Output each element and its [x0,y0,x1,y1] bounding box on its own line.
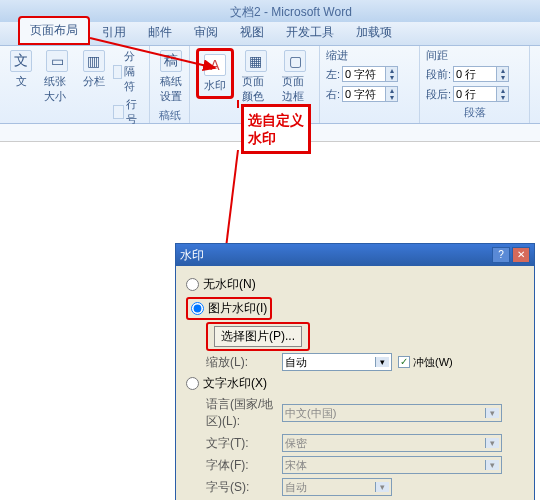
size-select: 自动▾ [282,478,392,496]
scale-label: 缩放(L): [186,354,276,371]
page-color-button[interactable]: ▦页面颜色 [238,48,274,106]
font-label: 字体(F): [186,457,276,474]
group-manuscript-label: 稿纸 [156,106,183,125]
spacing-before-input[interactable]: ▴▾ [453,66,509,82]
text-direction-button[interactable]: 文文 [6,48,36,91]
scale-select[interactable]: 自动▾ [282,353,392,371]
radio-text-watermark[interactable]: 文字水印(X) [186,373,524,394]
help-icon[interactable]: ? [492,247,510,263]
text-label: 文字(T): [186,435,276,452]
ribbon-tabs: 页面布局 引用 邮件 审阅 视图 开发工具 加载项 [0,22,540,46]
radio-no-watermark[interactable]: 无水印(N) [186,274,524,295]
watermark-button[interactable]: A水印 [200,52,230,95]
breaks-button[interactable]: 分隔符 [113,48,143,95]
dialog-titlebar[interactable]: 水印 ? ✕ [176,244,534,266]
manuscript-button[interactable]: 稿稿纸 设置 [156,48,186,106]
page-borders-button[interactable]: ▢页面边框 [278,48,314,106]
annotation-callout: 选自定义水印 [241,104,311,154]
font-select: 宋体▾ [282,456,502,474]
tab-review[interactable]: 审阅 [184,20,228,45]
tab-view[interactable]: 视图 [230,20,274,45]
tab-references[interactable]: 引用 [92,20,136,45]
size-label: 字号(S): [186,479,276,496]
language-label: 语言(国家/地区)(L): [186,396,276,430]
indent-title: 缩进 [326,48,348,63]
tab-developer[interactable]: 开发工具 [276,20,344,45]
washout-checkbox[interactable]: ✓冲蚀(W) [398,355,453,370]
indent-left-input[interactable]: ▴▾ [342,66,398,82]
dialog-title-text: 水印 [180,247,204,264]
spacing-after-input[interactable]: ▴▾ [453,86,509,102]
tab-mailings[interactable]: 邮件 [138,20,182,45]
indent-right-input[interactable]: ▴▾ [342,86,398,102]
group-paragraph-label: 段落 [426,103,523,122]
columns-button[interactable]: ▥分栏 [79,48,109,91]
select-picture-button[interactable]: 选择图片(P)... [206,322,310,351]
spacing-title: 间距 [426,48,448,63]
watermark-dialog: 水印 ? ✕ 无水印(N) 图片水印(I) 选择图片(P)... 缩放(L): … [175,243,535,500]
tab-page-layout[interactable]: 页面布局 [18,16,90,45]
tab-addins[interactable]: 加载项 [346,20,402,45]
text-select: 保密▾ [282,434,502,452]
close-icon[interactable]: ✕ [512,247,530,263]
language-select: 中文(中国)▾ [282,404,502,422]
radio-picture-watermark[interactable]: 图片水印(I) [186,297,272,320]
paper-size-button[interactable]: ▭纸张大小 [40,48,75,106]
